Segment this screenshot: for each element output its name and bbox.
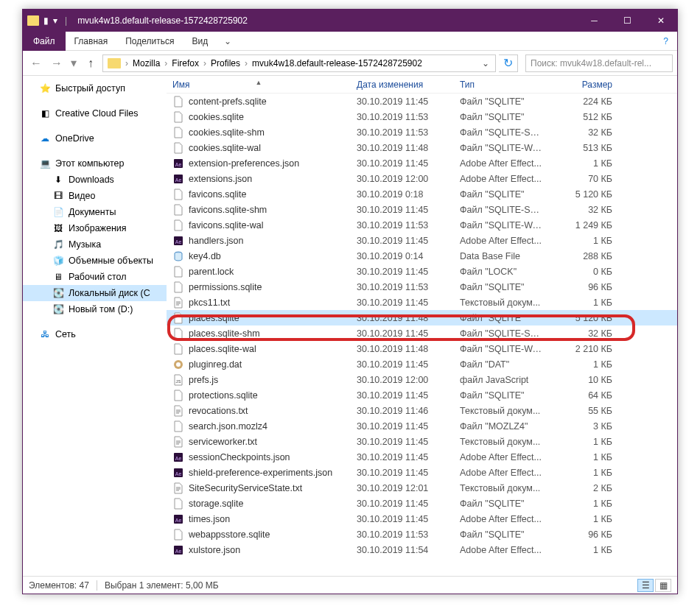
sidebar-creative-cloud[interactable]: ◧Creative Cloud Files (23, 105, 167, 122)
search-input[interactable]: Поиск: mvuk4w18.default-rel... (525, 54, 673, 72)
sidebar-3d-objects[interactable]: 🧊Объемные объекты (23, 253, 167, 269)
details-view-button[interactable]: ☰ (637, 579, 654, 592)
file-size: 1 249 КБ (548, 220, 618, 230)
qat-icon[interactable]: ▾ (53, 15, 57, 26)
view-tab[interactable]: Вид (183, 32, 217, 51)
file-row[interactable]: pkcs11.txt30.10.2019 11:45Текстовый доку… (167, 295, 677, 310)
minimize-button[interactable]: ─ (578, 10, 611, 32)
file-row[interactable]: Aehandlers.json30.10.2019 11:45Adobe Aft… (167, 233, 677, 248)
file-date: 30.10.2019 11:54 (351, 545, 454, 555)
sidebar-desktop[interactable]: 🖥Рабочий стол (23, 269, 167, 285)
sidebar-videos[interactable]: 🎞Видео (23, 188, 167, 204)
desktop-icon: 🖥 (52, 271, 64, 283)
breadcrumb-item[interactable]: Mozilla (130, 58, 163, 68)
file-type: Файл "SQLITE-WA... (454, 344, 548, 354)
file-row[interactable]: favicons.sqlite30.10.2019 0:18Файл "SQLI… (167, 186, 677, 202)
file-row[interactable]: pluginreg.dat30.10.2019 11:45Файл "DAT"1… (167, 356, 677, 372)
sidebar-network[interactable]: 🖧Сеть (23, 326, 167, 342)
svg-text:Ae: Ae (175, 471, 182, 476)
file-row[interactable]: Aeextension-preferences.json30.10.2019 1… (167, 155, 677, 171)
file-row[interactable]: favicons.sqlite-shm30.10.2019 11:45Файл … (167, 202, 677, 217)
header-name[interactable]: ▲Имя (167, 80, 351, 90)
qat-icon[interactable]: ▮ (43, 15, 49, 26)
sidebar-music[interactable]: 🎵Музыка (23, 236, 167, 253)
header-date[interactable]: Дата изменения (351, 80, 454, 90)
sidebar-onedrive[interactable]: ☁OneDrive (23, 130, 167, 147)
cube-icon: 🧊 (52, 255, 64, 267)
file-type: Текстовый докум... (454, 298, 548, 308)
file-row[interactable]: storage.sqlite30.10.2019 11:45Файл "SQLI… (167, 496, 677, 511)
breadcrumb-item[interactable]: Firefox (169, 58, 202, 68)
file-row[interactable]: Aeextensions.json30.10.2019 12:00Adobe A… (167, 171, 677, 186)
file-name: parent.lock (189, 267, 234, 277)
sidebar-documents[interactable]: 📄Документы (23, 204, 167, 220)
file-row[interactable]: places.sqlite30.10.2019 11:48Файл "SQLIT… (167, 310, 677, 325)
file-row[interactable]: key4.db30.10.2019 0:14Data Base File288 … (167, 248, 677, 264)
picture-icon: 🖼 (52, 222, 64, 234)
file-row[interactable]: search.json.mozlz430.10.2019 11:45Файл "… (167, 418, 677, 434)
file-row[interactable]: places.sqlite-wal30.10.2019 11:48Файл "S… (167, 341, 677, 356)
file-size: 513 КБ (548, 143, 618, 153)
star-icon: ⭐ (39, 82, 51, 94)
file-row[interactable]: parent.lock30.10.2019 11:45Файл "LOCK"0 … (167, 264, 677, 279)
address-dropdown[interactable]: ⌄ (477, 58, 494, 68)
breadcrumb-item[interactable]: Profiles (208, 58, 243, 68)
breadcrumb-item[interactable]: mvuk4w18.default-release-1572428725902 (249, 58, 425, 68)
sidebar-local-disk[interactable]: 💽Локальный диск (C (23, 285, 167, 301)
svg-text:Ae: Ae (175, 518, 182, 523)
file-size: 1 КБ (548, 514, 618, 524)
file-name: places.sqlite-shm (189, 328, 260, 339)
file-row[interactable]: Aetimes.json30.10.2019 11:45Adobe After … (167, 511, 677, 527)
file-row[interactable]: permissions.sqlite30.10.2019 11:53Файл "… (167, 279, 677, 295)
file-row[interactable]: protections.sqlite30.10.2019 11:45Файл "… (167, 387, 677, 403)
sidebar-downloads[interactable]: ⬇Downloads (23, 172, 167, 188)
sidebar-pictures[interactable]: 🖼Изображения (23, 220, 167, 236)
maximize-button[interactable]: ☐ (611, 10, 644, 32)
forward-button[interactable]: → (48, 54, 66, 72)
back-button[interactable]: ← (27, 54, 45, 72)
close-button[interactable]: ✕ (644, 10, 677, 32)
file-row[interactable]: content-prefs.sqlite30.10.2019 11:45Файл… (167, 94, 677, 109)
file-row[interactable]: Aeshield-preference-experiments.json30.1… (167, 465, 677, 480)
sidebar-this-pc[interactable]: 💻Этот компьютер (23, 155, 167, 172)
file-size: 1 КБ (548, 437, 618, 447)
file-date: 30.10.2019 11:45 (351, 96, 454, 107)
file-row[interactable]: JSprefs.js30.10.2019 12:00файл JavaScrip… (167, 372, 677, 387)
file-row[interactable]: Aexulstore.json30.10.2019 11:54Adobe Aft… (167, 542, 677, 557)
tiles-view-button[interactable]: ▦ (655, 579, 671, 592)
file-name: places.sqlite (189, 313, 239, 323)
ribbon-expand-button[interactable]: ⌄ (217, 36, 239, 46)
file-row[interactable]: serviceworker.txt30.10.2019 11:45Текстов… (167, 434, 677, 449)
file-row[interactable]: revocations.txt30.10.2019 11:46Текстовый… (167, 403, 677, 418)
file-name: favicons.sqlite-shm (189, 205, 267, 215)
file-size: 32 КБ (548, 127, 618, 138)
recent-dropdown[interactable]: ▾ (69, 54, 79, 72)
file-row[interactable]: SiteSecurityServiceState.txt30.10.2019 1… (167, 480, 677, 496)
file-icon (172, 189, 184, 200)
file-date: 30.10.2019 11:45 (351, 452, 454, 462)
file-date: 30.10.2019 11:48 (351, 143, 454, 153)
file-row[interactable]: webappsstore.sqlite30.10.2019 11:53Файл … (167, 527, 677, 542)
sidebar-new-volume[interactable]: 💽Новый том (D:) (23, 301, 167, 317)
share-tab[interactable]: Поделиться (116, 32, 183, 51)
file-row[interactable]: places.sqlite-shm30.10.2019 11:45Файл "S… (167, 325, 677, 341)
disk-icon: 💽 (52, 303, 64, 315)
addressbar[interactable]: › Mozilla › Firefox › Profiles › mvuk4w1… (102, 54, 496, 72)
up-button[interactable]: ↑ (82, 54, 99, 72)
header-size[interactable]: Размер (548, 80, 618, 90)
file-row[interactable]: cookies.sqlite30.10.2019 11:53Файл "SQLI… (167, 109, 677, 124)
sidebar-quick-access[interactable]: ⭐Быстрый доступ (23, 80, 167, 96)
file-row[interactable]: cookies.sqlite-shm30.10.2019 11:53Файл "… (167, 124, 677, 140)
file-type: Файл "SQLITE" (454, 96, 548, 107)
help-button[interactable]: ? (654, 36, 677, 46)
refresh-button[interactable]: ↻ (499, 54, 518, 72)
file-tab[interactable]: Файл (23, 32, 66, 51)
home-tab[interactable]: Главная (66, 32, 117, 51)
file-row[interactable]: favicons.sqlite-wal30.10.2019 11:53Файл … (167, 217, 677, 233)
file-icon: Ae (172, 544, 184, 556)
file-list[interactable]: content-prefs.sqlite30.10.2019 11:45Файл… (167, 94, 677, 576)
file-row[interactable]: cookies.sqlite-wal30.10.2019 11:48Файл "… (167, 140, 677, 155)
file-icon (172, 359, 184, 370)
header-type[interactable]: Тип (454, 80, 548, 90)
file-row[interactable]: AesessionCheckpoints.json30.10.2019 11:4… (167, 449, 677, 465)
